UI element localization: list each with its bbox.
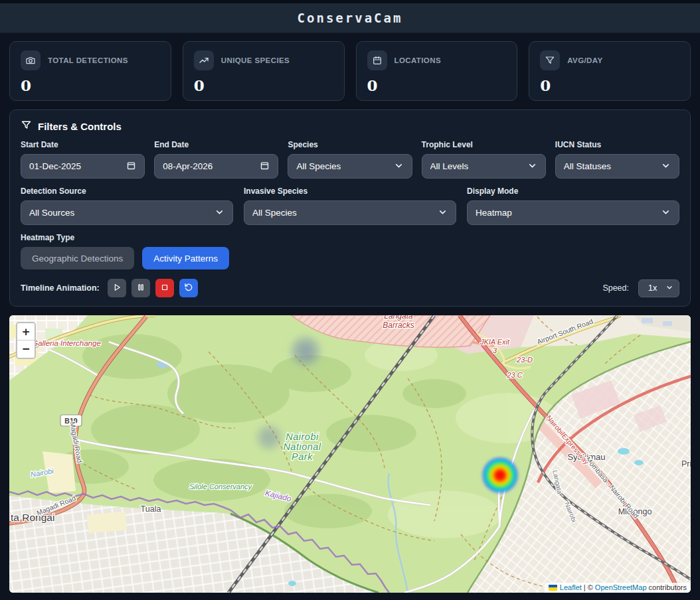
label-prid: Prid bbox=[681, 459, 691, 469]
map-zoom-control: + − bbox=[16, 322, 36, 359]
invasive-species-select[interactable]: All Species bbox=[244, 200, 456, 225]
display-mode-label: Display Mode bbox=[467, 187, 679, 196]
heatmap-faint-point-2 bbox=[254, 422, 284, 453]
openstreetmap-link[interactable]: OpenStreetMap bbox=[595, 583, 647, 591]
stat-value: 0 bbox=[21, 76, 160, 94]
end-date-label: End Date bbox=[154, 140, 278, 149]
label-jkia-exit-2: 3 bbox=[493, 346, 497, 354]
filters-panel: Filters & Controls Start Date 01-Dec-202… bbox=[9, 110, 691, 307]
display-mode-select[interactable]: Heatmap bbox=[467, 200, 679, 225]
stats-row: TOTAL DETECTIONS 0 UNIQUE SPECIES 0 LOCA… bbox=[9, 41, 691, 101]
trophic-level-select[interactable]: All Levels bbox=[422, 154, 546, 179]
chevron-down-icon bbox=[215, 207, 224, 219]
calendar-icon bbox=[367, 50, 387, 70]
speed-value: 1x bbox=[648, 283, 657, 293]
stat-value: 0 bbox=[367, 76, 507, 94]
species-select[interactable]: All Species bbox=[288, 154, 412, 179]
start-date-label: Start Date bbox=[21, 140, 145, 149]
zoom-out-button[interactable]: − bbox=[17, 340, 35, 358]
restart-button[interactable] bbox=[179, 279, 198, 297]
label-park-1: Nairobi bbox=[286, 431, 319, 442]
stat-label: TOTAL DETECTIONS bbox=[48, 56, 128, 64]
speed-label: Speed: bbox=[602, 283, 629, 293]
stat-label: LOCATIONS bbox=[394, 56, 441, 64]
label-park-3: Park bbox=[292, 451, 313, 462]
calendar-icon[interactable] bbox=[126, 161, 136, 173]
trending-up-icon bbox=[194, 50, 214, 70]
label-silole-conservancy: Silole Conservancy bbox=[189, 483, 253, 490]
chevron-down-icon bbox=[665, 283, 673, 293]
species-group: Species All Species bbox=[288, 140, 412, 179]
chevron-down-icon bbox=[394, 161, 404, 173]
label-jkia-exit-1: JKIA Exit bbox=[480, 338, 510, 346]
calendar-icon[interactable] bbox=[260, 161, 270, 173]
label-ongata-rongai: ta Rongai bbox=[11, 512, 54, 523]
rotate-ccw-icon bbox=[184, 283, 193, 294]
iucn-status-value: All Statuses bbox=[564, 161, 661, 171]
filter-row-1: Start Date 01-Dec-2025 End Date 08-Apr-2… bbox=[21, 140, 679, 179]
end-date-group: End Date 08-Apr-2026 bbox=[154, 140, 278, 179]
activity-patterns-button[interactable]: Activity Patterns bbox=[142, 247, 229, 269]
invasive-species-group: Invasive Species All Species bbox=[244, 187, 456, 225]
stop-button[interactable] bbox=[155, 279, 174, 297]
map[interactable]: B19 Langata Barracks Galleria Interchang… bbox=[9, 315, 691, 593]
heatmap-type-group: Heatmap Type Geographic Detections Activ… bbox=[21, 233, 679, 269]
stat-card-total-detections: TOTAL DETECTIONS 0 bbox=[9, 41, 171, 101]
camera-icon bbox=[21, 50, 41, 70]
attribution-suffix: contributors bbox=[649, 583, 687, 591]
detection-source-group: Detection Source All Sources bbox=[21, 187, 233, 225]
filter-row-2: Detection Source All Sources Invasive Sp… bbox=[21, 187, 679, 225]
detection-source-select[interactable]: All Sources bbox=[21, 200, 233, 225]
map-svg: B19 Langata Barracks Galleria Interchang… bbox=[9, 315, 691, 593]
play-button[interactable] bbox=[108, 279, 126, 297]
heatmap-faint-point-1 bbox=[288, 333, 323, 369]
heatmap-type-buttons: Geographic Detections Activity Patterns bbox=[21, 247, 679, 269]
speed-select[interactable]: 1x bbox=[638, 279, 679, 297]
app-header: ConservaCam bbox=[0, 3, 700, 34]
chevron-down-icon bbox=[661, 161, 671, 173]
start-date-input[interactable]: 01-Dec-2025 bbox=[21, 154, 145, 179]
display-mode-group: Display Mode Heatmap bbox=[467, 187, 679, 225]
map-attribution: Leaflet | © OpenStreetMap contributors bbox=[545, 583, 691, 593]
stat-card-header: UNIQUE SPECIES bbox=[194, 50, 333, 70]
trophic-level-label: Trophic Level bbox=[422, 140, 546, 149]
chevron-down-icon bbox=[527, 161, 537, 173]
geographic-detections-button[interactable]: Geographic Detections bbox=[21, 247, 134, 269]
label-exit-23d: 23-D bbox=[516, 356, 533, 364]
stat-label: AVG/DAY bbox=[567, 56, 602, 64]
stat-card-header: AVG/DAY bbox=[540, 50, 679, 70]
start-date-group: Start Date 01-Dec-2025 bbox=[21, 140, 145, 179]
stat-value: 0 bbox=[540, 76, 679, 94]
app-title: ConservaCam bbox=[298, 11, 403, 25]
stat-card-header: LOCATIONS bbox=[367, 50, 507, 70]
label-langata-barracks-2: Barracks bbox=[383, 321, 414, 330]
start-date-value: 01-Dec-2025 bbox=[29, 161, 126, 171]
stat-value: 0 bbox=[194, 76, 333, 94]
stat-card-avg-day: AVG/DAY 0 bbox=[529, 41, 691, 101]
end-date-input[interactable]: 08-Apr-2026 bbox=[154, 154, 278, 179]
display-mode-value: Heatmap bbox=[476, 208, 661, 218]
attribution-separator: | © bbox=[584, 583, 593, 591]
detection-source-value: All Sources bbox=[29, 208, 215, 218]
stat-card-header: TOTAL DETECTIONS bbox=[21, 50, 160, 70]
trophic-level-group: Trophic Level All Levels bbox=[422, 140, 546, 179]
leaflet-link[interactable]: Leaflet bbox=[560, 583, 582, 591]
heatmap-type-label: Heatmap Type bbox=[21, 233, 679, 242]
trophic-level-value: All Levels bbox=[430, 161, 527, 171]
funnel-icon bbox=[21, 119, 32, 133]
stat-card-locations: LOCATIONS 0 bbox=[356, 41, 518, 101]
pause-button[interactable] bbox=[131, 279, 150, 297]
stop-icon bbox=[160, 283, 169, 294]
label-tuala: Tuala bbox=[141, 504, 161, 514]
zoom-in-button[interactable]: + bbox=[17, 323, 35, 340]
ukraine-flag-icon bbox=[549, 585, 557, 591]
iucn-status-select[interactable]: All Statuses bbox=[555, 154, 679, 179]
stat-label: UNIQUE SPECIES bbox=[221, 56, 290, 64]
iucn-status-label: IUCN Status bbox=[555, 140, 679, 149]
end-date-value: 08-Apr-2026 bbox=[163, 161, 260, 171]
label-park-2: National bbox=[283, 441, 321, 452]
detection-source-label: Detection Source bbox=[21, 187, 233, 196]
filters-heading-text: Filters & Controls bbox=[38, 121, 122, 132]
funnel-icon bbox=[540, 50, 560, 70]
label-galleria-interchange: Galleria Interchange bbox=[32, 339, 101, 347]
